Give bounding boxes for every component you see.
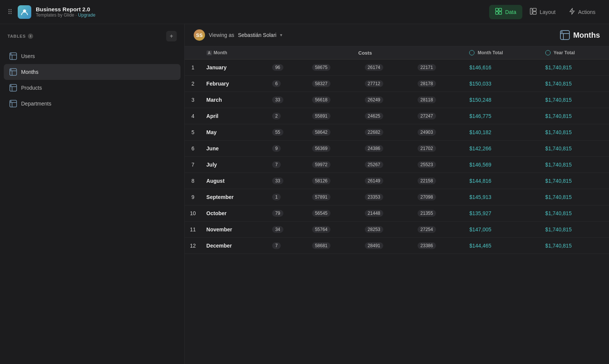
row-number: 9 bbox=[185, 189, 201, 205]
svg-point-27 bbox=[561, 31, 563, 33]
sidebar-item-months[interactable]: Months bbox=[4, 64, 181, 80]
data-table-container[interactable]: A Month Costs Month Total bbox=[185, 46, 609, 364]
table-row[interactable]: 6 June 9 56369 24386 21702 $142,266 $1,7… bbox=[185, 141, 609, 157]
cell-month: February bbox=[201, 76, 266, 92]
row-number: 3 bbox=[185, 92, 201, 108]
cell-v2: 55764 bbox=[306, 222, 359, 238]
cell-year-total: $1,740,815 bbox=[540, 157, 609, 173]
row-number: 1 bbox=[185, 60, 201, 76]
cell-v2: 55891 bbox=[306, 108, 359, 124]
cell-v3: 27712 bbox=[359, 76, 412, 92]
cell-month-total: $146,569 bbox=[464, 157, 540, 173]
cell-partial: 33 bbox=[266, 92, 306, 108]
cell-v2: 58681 bbox=[306, 238, 359, 254]
table-row[interactable]: 2 February 6 58327 27712 28178 $150,033 … bbox=[185, 76, 609, 92]
cell-partial: 7 bbox=[266, 157, 306, 173]
cell-v4: 28178 bbox=[412, 76, 464, 92]
upgrade-link[interactable]: Upgrade bbox=[78, 12, 95, 18]
cell-month: March bbox=[201, 92, 266, 108]
table-row[interactable]: 8 August 33 58126 26149 22158 $144,816 $… bbox=[185, 173, 609, 189]
cell-year-total: $1,740,815 bbox=[540, 76, 609, 92]
svg-rect-2 bbox=[499, 8, 502, 11]
cell-month: September bbox=[201, 189, 266, 205]
row-number: 5 bbox=[185, 124, 201, 141]
sidebar-months-label: Months bbox=[21, 69, 38, 75]
top-nav: Data Layout Actions bbox=[489, 5, 601, 19]
cell-v3: 25267 bbox=[359, 157, 412, 173]
cell-v4: 22158 bbox=[412, 173, 464, 189]
actions-nav-btn[interactable]: Actions bbox=[563, 5, 601, 19]
sidebar-item-departments[interactable]: Departments bbox=[4, 96, 181, 112]
cell-v2: 58126 bbox=[306, 173, 359, 189]
sidebar-departments-label: Departments bbox=[21, 101, 51, 107]
avatar: SS bbox=[194, 29, 205, 41]
table-row[interactable]: 11 November 34 55764 28253 27254 $147,00… bbox=[185, 222, 609, 238]
svg-rect-4 bbox=[499, 12, 502, 14]
cell-partial: 33 bbox=[266, 173, 306, 189]
products-table-icon bbox=[9, 84, 17, 92]
table-row[interactable]: 1 January 96 58675 26174 22171 $146,616 … bbox=[185, 60, 609, 76]
app-logo: Business Report 2.0 Templates by Glide ·… bbox=[18, 5, 95, 19]
data-nav-btn[interactable]: Data bbox=[489, 5, 522, 19]
cell-year-total: $1,740,815 bbox=[540, 205, 609, 222]
cell-partial: 96 bbox=[266, 60, 306, 76]
cell-month-total: $144,816 bbox=[464, 173, 540, 189]
cell-month: July bbox=[201, 157, 266, 173]
cell-v4: 25523 bbox=[412, 157, 464, 173]
col-header-month-total[interactable]: Month Total bbox=[464, 46, 540, 60]
table-row[interactable]: 9 September 1 57891 23353 27098 $145,913… bbox=[185, 189, 609, 205]
months-table-icon bbox=[9, 68, 17, 76]
row-number: 7 bbox=[185, 157, 201, 173]
table-row[interactable]: 10 October 79 56545 21448 21355 $135,927… bbox=[185, 205, 609, 222]
sidebar-items: Users Months bbox=[0, 47, 184, 113]
table-row[interactable]: 4 April 2 55891 24625 27247 $146,775 $1,… bbox=[185, 108, 609, 124]
svg-rect-7 bbox=[533, 12, 536, 14]
main-layout: TABLES i + Users bbox=[0, 24, 609, 364]
col-header-year-total[interactable]: Year Total bbox=[540, 46, 609, 60]
cell-v2: 58675 bbox=[306, 60, 359, 76]
cell-partial: 79 bbox=[266, 205, 306, 222]
add-table-btn[interactable]: + bbox=[166, 31, 177, 41]
table-row[interactable]: 3 March 33 56618 26249 28118 $150,248 $1… bbox=[185, 92, 609, 108]
svg-rect-6 bbox=[533, 8, 536, 11]
cell-v3: 28253 bbox=[359, 222, 412, 238]
table-row[interactable]: 5 May 55 58642 22682 24903 $140,182 $1,7… bbox=[185, 124, 609, 141]
sidebar-item-users[interactable]: Users bbox=[4, 48, 181, 64]
cell-year-total: $1,740,815 bbox=[540, 108, 609, 124]
viewing-as-text: Viewing as bbox=[209, 32, 234, 38]
row-number: 6 bbox=[185, 141, 201, 157]
svg-rect-1 bbox=[496, 8, 498, 11]
cell-year-total: $1,740,815 bbox=[540, 222, 609, 238]
cell-year-total: $1,740,815 bbox=[540, 189, 609, 205]
cell-v2: 58327 bbox=[306, 76, 359, 92]
tables-label: TABLES i bbox=[8, 34, 33, 39]
layout-nav-btn[interactable]: Layout bbox=[524, 5, 562, 19]
table-row[interactable]: 12 December 7 58681 28491 23386 $144,465… bbox=[185, 238, 609, 254]
cell-month-total: $146,616 bbox=[464, 60, 540, 76]
svg-point-15 bbox=[11, 69, 12, 70]
svg-point-23 bbox=[11, 101, 12, 102]
viewer-name: Sebastián Solari bbox=[238, 32, 276, 38]
sidebar-item-products[interactable]: Products bbox=[4, 80, 181, 96]
col-header-month[interactable]: A Month bbox=[201, 46, 266, 60]
cell-month-total: $150,248 bbox=[464, 92, 540, 108]
cell-partial: 6 bbox=[266, 76, 306, 92]
data-icon bbox=[495, 8, 502, 16]
cell-month-total: $147,005 bbox=[464, 222, 540, 238]
cell-month-total: $145,913 bbox=[464, 189, 540, 205]
cell-year-total: $1,740,815 bbox=[540, 92, 609, 108]
viewer-info[interactable]: SS Viewing as Sebastián Solari ▾ bbox=[194, 29, 282, 41]
content-area: SS Viewing as Sebastián Solari ▾ Months bbox=[185, 24, 609, 364]
cell-v3: 21448 bbox=[359, 205, 412, 222]
grid-icon[interactable]: ⠿ bbox=[8, 8, 12, 16]
table-row[interactable]: 7 July 7 59972 25267 25523 $146,569 $1,7… bbox=[185, 157, 609, 173]
cell-partial: 1 bbox=[266, 189, 306, 205]
svg-rect-5 bbox=[530, 8, 532, 14]
cell-year-total: $1,740,815 bbox=[540, 173, 609, 189]
info-icon[interactable]: i bbox=[28, 34, 33, 39]
actions-nav-label: Actions bbox=[578, 9, 595, 15]
cell-month: December bbox=[201, 238, 266, 254]
cell-month-total: $135,927 bbox=[464, 205, 540, 222]
table-name-text: Months bbox=[573, 31, 600, 40]
cell-v3: 28491 bbox=[359, 238, 412, 254]
